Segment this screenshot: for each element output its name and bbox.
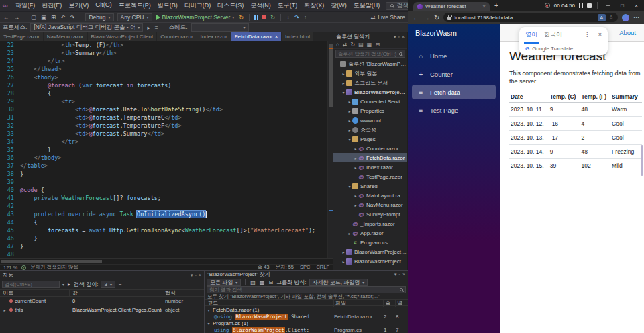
find-results-search-input[interactable] <box>209 287 398 293</box>
nav-item-test-page[interactable]: ≡Test Page <box>412 103 496 117</box>
expander-icon[interactable]: ▸ <box>341 81 346 85</box>
close-button[interactable]: × <box>631 3 641 9</box>
address-bar[interactable]: localhost:7198/fetchdata A ☆ <box>443 13 618 22</box>
tree-item[interactable]: ▸BlazorWasmProject.Shared <box>333 256 407 266</box>
open-file-icon[interactable]: ▣ <box>40 14 47 21</box>
step-over-icon[interactable]: ↷ <box>294 14 300 21</box>
expander-icon[interactable]: ▾ <box>206 307 211 312</box>
new-file-icon[interactable]: ▢ <box>30 14 37 21</box>
menu-item[interactable]: Git(G) <box>92 1 115 10</box>
expander-icon[interactable]: ▾ <box>206 321 211 326</box>
scrollbar-thumb[interactable] <box>1 260 102 263</box>
thread-dropdown[interactable]: ▾ <box>191 23 249 32</box>
translate-lang-korean[interactable]: 한국어 <box>544 30 562 39</box>
stop-icon[interactable] <box>587 3 592 8</box>
nav-item-fetch-data[interactable]: ≡Fetch data <box>412 85 496 99</box>
tree-item[interactable]: ▸스크립트 문서 <box>333 78 407 87</box>
tree-item[interactable]: ▸@Index.razor <box>333 162 407 172</box>
tree-item[interactable]: ▾Shared <box>333 181 407 191</box>
properties-icon[interactable]: ⊟ <box>375 42 380 48</box>
expander-icon[interactable]: ▸ <box>341 250 346 254</box>
code-line[interactable]: 38} <box>0 170 333 178</box>
find-results-search-box[interactable] <box>207 286 406 293</box>
tree-item[interactable]: ▸@FetchData.razor <box>333 153 407 162</box>
group-by-dropdown[interactable]: 자세한 코드, 파일명 ▾ <box>309 279 368 287</box>
tree-item[interactable]: @TestPage.razor <box>333 172 407 181</box>
toolbar-icon[interactable]: ⊟ <box>268 279 274 285</box>
expander-icon[interactable]: ▾ <box>347 184 352 189</box>
pin-icon[interactable]: ▫ <box>398 272 400 277</box>
popup-close-icon[interactable]: × <box>598 31 602 38</box>
toolbar-icon[interactable]: ≡ <box>118 281 123 287</box>
solution-search-input[interactable] <box>338 51 398 57</box>
browser-tab[interactable]: Weather forecast × <box>413 2 490 11</box>
code-line[interactable]: 46 } <box>0 234 333 242</box>
expander-icon[interactable]: ▸ <box>347 118 352 123</box>
expander-icon[interactable]: ▸ <box>2 307 7 312</box>
close-icon[interactable]: × <box>402 272 405 277</box>
menu-item[interactable]: 보기(V) <box>65 1 92 10</box>
new-tab-button[interactable]: + <box>494 2 498 9</box>
process-dropdown[interactable]: [N/A] JavaScript 디버그 디버깅 콘솔 - 어셈블리 ▾ <box>30 23 143 32</box>
editor-horizontal-scrollbar[interactable] <box>0 258 333 264</box>
hot-reload-icon[interactable]: ↻ <box>238 14 244 21</box>
code-editor[interactable]: 22 <th>Temp. (F)</th>23 <th>Summary</th>… <box>0 41 333 258</box>
code-line[interactable]: 35 } <box>0 146 333 154</box>
tree-item[interactable]: ▸종속성 <box>333 125 407 134</box>
code-line[interactable]: 25 </thead> <box>0 65 333 73</box>
autos-search-input[interactable] <box>2 281 60 288</box>
code-line[interactable]: 30 <td>@forecast.Date.ToShortDateString(… <box>0 105 333 113</box>
solution-search-box[interactable] <box>335 50 405 58</box>
step-out-icon[interactable]: ↑ <box>303 14 307 21</box>
browser-menu-icon[interactable]: ⋯ <box>633 14 639 21</box>
toolbar-icon[interactable]: ≡ <box>154 24 159 31</box>
code-line[interactable]: 42 <box>0 202 333 210</box>
expander-icon[interactable]: ▸ <box>347 109 352 113</box>
minimize-button[interactable]: ─ <box>603 3 613 9</box>
expander-icon[interactable]: ▸ <box>341 259 346 264</box>
tree-item[interactable]: #Program.cs <box>333 238 407 247</box>
translate-icon[interactable]: A <box>598 14 606 21</box>
editor-vertical-scrollbar[interactable] <box>327 41 333 258</box>
code-line[interactable]: 29 <tr> <box>0 97 333 105</box>
stop-debugging-icon[interactable] <box>262 15 266 19</box>
nav-forward-icon[interactable]: → <box>13 14 21 21</box>
menu-item[interactable]: 도구(T) <box>274 1 301 10</box>
expander-icon[interactable]: ▸ <box>347 99 352 104</box>
expander-icon[interactable]: ▸ <box>353 146 358 151</box>
code-line[interactable]: 22 <th>Temp. (F)</th> <box>0 41 333 49</box>
editor-tab[interactable]: Counter.razor <box>157 32 196 41</box>
search-deeper-icon[interactable]: ▸ <box>67 281 71 287</box>
chevron-down-icon[interactable]: ▾ <box>191 273 193 278</box>
tree-item[interactable]: ▸Properties <box>333 106 407 115</box>
file-filter-dropdown[interactable]: 모든 파일 ▾ <box>207 279 241 287</box>
show-all-files-icon[interactable]: ▤ <box>358 42 364 48</box>
chevron-down-icon[interactable]: ▾ <box>394 34 396 40</box>
tree-item[interactable]: ▾BlazorWasmProject.Client <box>333 87 407 97</box>
expander-icon[interactable]: ▸ <box>353 203 358 207</box>
expander-icon[interactable]: ▸ <box>353 193 358 198</box>
code-line[interactable]: 33 <td>@forecast.Summary</td> <box>0 130 333 138</box>
find-group-row[interactable]: ▾FetchData.razor (1) <box>205 306 408 313</box>
tree-item[interactable]: ▸Connected Services <box>333 97 407 106</box>
menu-item[interactable]: 파일(F) <box>12 1 39 10</box>
pin-icon[interactable]: ▫ <box>195 273 196 278</box>
toolbar-icon[interactable]: ▤ <box>250 279 256 285</box>
tree-item[interactable]: @_Imports.razor <box>333 219 407 228</box>
tree-item[interactable]: ▸BlazorWasmProject.Server <box>333 247 407 256</box>
pin-icon[interactable]: ▫ <box>398 34 399 40</box>
watch-row[interactable]: currentCount0number <box>0 297 204 305</box>
menu-item[interactable]: 도움말(H) <box>350 1 384 10</box>
code-line[interactable]: 48 <box>0 250 333 258</box>
chevron-down-icon[interactable]: ▾ <box>394 272 397 277</box>
editor-tab[interactable]: FetchData.razor× <box>231 32 281 41</box>
code-line[interactable]: 34 </tr> <box>0 138 333 146</box>
restart-icon[interactable]: ↻ <box>270 14 276 21</box>
app-brand[interactable]: BlazorWasm <box>408 24 500 42</box>
find-group-row[interactable]: ▾Program.cs (1) <box>205 320 408 326</box>
close-icon[interactable]: × <box>402 34 405 40</box>
expander-icon[interactable]: ▸ <box>353 156 358 160</box>
expander-icon[interactable]: ▾ <box>347 137 352 142</box>
step-into-icon[interactable]: ↓ <box>286 14 290 21</box>
menu-item[interactable]: 편집(E) <box>38 1 65 10</box>
